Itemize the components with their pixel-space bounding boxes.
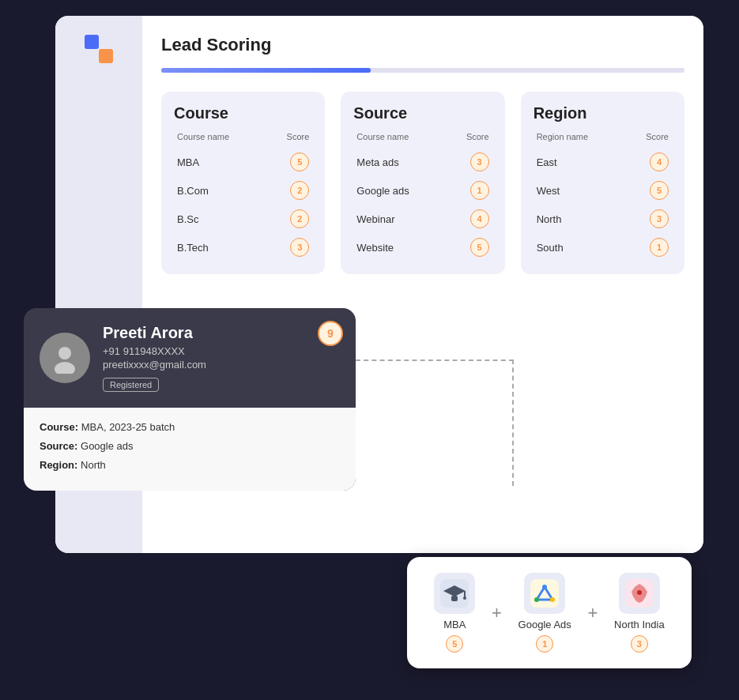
region-card: Region Region name Score East 4 West 5 N… <box>521 92 684 274</box>
avatar <box>40 333 90 383</box>
svg-point-13 <box>637 590 642 595</box>
row-score: 1 <box>650 238 669 257</box>
row-name: Website <box>356 242 394 254</box>
svg-rect-4 <box>451 596 458 601</box>
formula-north-india-score: 3 <box>631 635 648 653</box>
table-row: B.Com 2 <box>174 176 312 205</box>
course-col2: Score <box>287 132 310 141</box>
table-row: West 5 <box>534 176 672 205</box>
contact-source-detail: Source: Google ads <box>40 439 340 453</box>
contact-region-detail: Region: North <box>40 458 340 472</box>
svg-point-1 <box>55 362 75 374</box>
source-rows: Meta ads 3 Google ads 1 Webinar 4 Websit… <box>353 148 492 262</box>
contact-card-top: Preeti Arora +91 911948XXXX preetixxxx@g… <box>24 308 356 408</box>
region-card-title: Region <box>534 104 672 122</box>
formula-mba-label: MBA <box>443 619 466 630</box>
progress-bar-container <box>161 68 684 73</box>
table-row: South 1 <box>534 233 672 262</box>
row-score: 4 <box>650 152 669 171</box>
row-name: West <box>537 185 560 197</box>
contact-total-score: 9 <box>318 321 343 346</box>
mba-icon <box>434 573 475 614</box>
formula-card: MBA 5 + Google Ads 1 + <box>407 557 692 668</box>
page-title: Lead Scoring <box>161 35 684 55</box>
table-row: Meta ads 3 <box>353 148 492 176</box>
formula-item-mba: MBA 5 <box>434 573 475 653</box>
row-name: MBA <box>177 156 199 168</box>
formula-google-ads-label: Google Ads <box>518 619 571 630</box>
svg-point-11 <box>542 585 547 589</box>
row-score: 5 <box>650 181 669 200</box>
connector-line <box>356 359 514 486</box>
table-row: Website 5 <box>353 233 492 262</box>
svg-rect-5 <box>464 591 466 597</box>
source-card-title: Source <box>353 104 492 122</box>
contact-info: Preeti Arora +91 911948XXXX preetixxxx@g… <box>103 324 340 392</box>
region-col2: Score <box>646 132 669 141</box>
formula-mba-score: 5 <box>446 635 463 653</box>
table-row: Webinar 4 <box>353 205 492 233</box>
contact-email: preetixxxx@gmail.com <box>103 359 340 371</box>
row-name: North <box>537 213 562 225</box>
row-score: 3 <box>650 209 669 228</box>
svg-point-0 <box>58 347 71 359</box>
course-card-title: Course <box>174 104 312 122</box>
course-card: Course Course name Score MBA 5 B.Com 2 B… <box>161 92 325 274</box>
row-score: 5 <box>290 152 309 171</box>
row-score: 4 <box>470 209 489 228</box>
table-row: East 4 <box>534 148 672 176</box>
row-name: Google ads <box>356 185 409 197</box>
row-name: B.Sc <box>177 213 198 225</box>
source-col1: Course name <box>356 132 409 141</box>
formula-plus-1: + <box>492 603 502 623</box>
svg-rect-7 <box>530 579 559 608</box>
row-score: 3 <box>290 238 309 257</box>
row-score: 2 <box>290 181 309 200</box>
region-rows: East 4 West 5 North 3 South 1 <box>534 148 672 262</box>
table-row: Google ads 1 <box>353 176 492 205</box>
row-name: B.Com <box>177 185 209 197</box>
logo-area <box>55 22 142 76</box>
formula-google-ads-score: 1 <box>536 635 553 653</box>
formula-item-north-india: North India 3 <box>614 573 665 653</box>
svg-point-9 <box>534 597 539 602</box>
north-india-icon <box>619 573 660 614</box>
row-name: Meta ads <box>356 156 398 168</box>
row-score: 5 <box>470 238 489 257</box>
table-row: B.Sc 2 <box>174 205 312 233</box>
region-table-header: Region name Score <box>534 132 672 141</box>
contact-card: Preeti Arora +91 911948XXXX preetixxxx@g… <box>24 308 356 491</box>
course-rows: MBA 5 B.Com 2 B.Sc 2 B.Tech 3 <box>174 148 312 262</box>
registered-badge: Registered <box>103 378 159 392</box>
contact-card-bottom: Course: MBA, 2023-25 batch Source: Googl… <box>24 408 356 491</box>
cards-row: Course Course name Score MBA 5 B.Com 2 B… <box>161 92 684 274</box>
formula-north-india-label: North India <box>614 619 665 630</box>
progress-bar-fill <box>161 68 371 73</box>
course-table-header: Course name Score <box>174 132 312 141</box>
row-score: 2 <box>290 209 309 228</box>
svg-point-10 <box>550 597 555 602</box>
contact-name: Preeti Arora <box>103 324 340 342</box>
source-card: Source Course name Score Meta ads 3 Goog… <box>341 92 504 274</box>
row-name: Webinar <box>356 213 394 225</box>
table-row: North 3 <box>534 205 672 233</box>
table-row: MBA 5 <box>174 148 312 176</box>
formula-plus-2: + <box>587 603 598 623</box>
row-score: 3 <box>470 152 489 171</box>
table-row: B.Tech 3 <box>174 233 312 262</box>
row-name: East <box>537 156 557 168</box>
course-col1: Course name <box>177 132 229 141</box>
row-name: B.Tech <box>177 242 209 254</box>
row-score: 1 <box>470 181 489 200</box>
app-logo <box>85 35 113 63</box>
google-ads-icon <box>524 573 565 614</box>
contact-course-detail: Course: MBA, 2023-25 batch <box>40 420 340 435</box>
svg-point-6 <box>463 597 466 600</box>
source-col2: Score <box>466 132 489 141</box>
formula-item-google-ads: Google Ads 1 <box>518 573 571 653</box>
source-table-header: Course name Score <box>353 132 492 141</box>
row-name: South <box>537 242 564 254</box>
contact-phone: +91 911948XXXX <box>103 345 340 357</box>
region-col1: Region name <box>537 132 588 141</box>
